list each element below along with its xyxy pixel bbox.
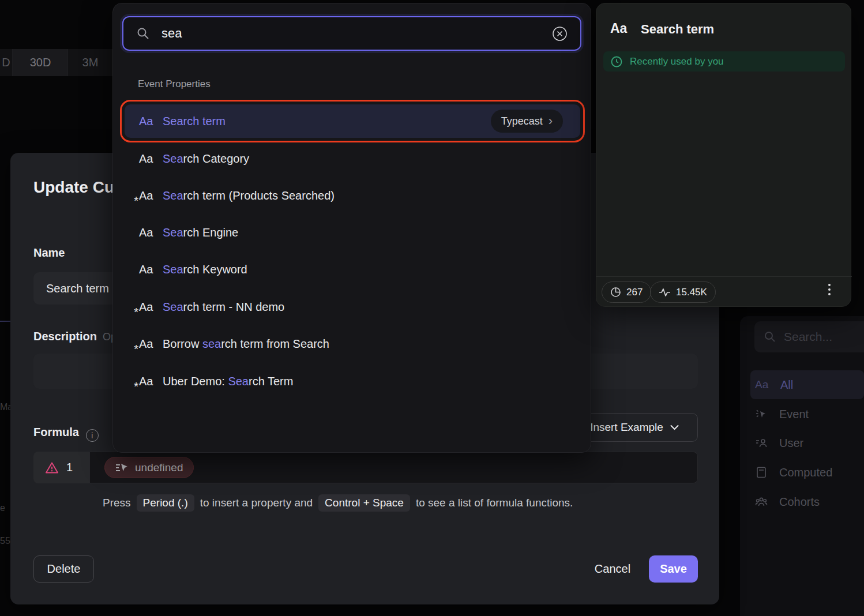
event-token-icon [115, 463, 128, 473]
cancel-button[interactable]: Cancel [584, 555, 641, 583]
tab-7d[interactable]: D [0, 49, 13, 76]
property-item-search-term[interactable]: Aa Search term Typecast › [125, 104, 580, 138]
description-label: Description [33, 330, 97, 343]
sidebar-item-label: Cohorts [779, 495, 820, 509]
sidebar-item-label: Computed [779, 466, 832, 479]
property-item-search-term-nn-demo[interactable]: Aa* Search term - NN demo [125, 290, 580, 324]
sidebar-item-label: User [779, 437, 803, 450]
formula-helper-text: Press Period (.) to insert a property an… [103, 494, 573, 512]
formula-error-gutter: 1 [33, 452, 89, 483]
chevron-down-icon [670, 425, 679, 430]
event-cursor-icon [755, 408, 768, 420]
chevron-right-icon: › [549, 115, 553, 127]
formula-input[interactable]: undefined [89, 452, 698, 483]
property-detail-title: Search term [641, 22, 714, 37]
text-type-icon: Aa [139, 152, 156, 166]
sidebar-item-user[interactable]: User [750, 429, 864, 457]
chart-axis-fragment: e [0, 503, 5, 513]
error-count: 1 [66, 461, 73, 474]
property-item-search-keyword[interactable]: Aa Search Keyword [125, 253, 580, 286]
token-label: undefined [135, 461, 183, 474]
sidebar-item-all[interactable]: Aa All [750, 370, 864, 399]
volume-count: 15.45K [676, 287, 707, 298]
text-type-icon: Aa [139, 115, 156, 128]
property-item-search-term-products[interactable]: Aa* Search term (Products Searched) [125, 179, 580, 212]
text-type-icon: Aa [139, 263, 156, 276]
sidebar-item-event[interactable]: Event [750, 400, 864, 429]
more-options-menu[interactable] [825, 281, 834, 298]
sidebar-item-computed[interactable]: Computed [750, 458, 864, 487]
info-icon[interactable]: i [86, 429, 99, 442]
formula-label: Formula [33, 426, 79, 438]
time-range-tabs: D 30D 3M [0, 49, 113, 76]
cohorts-icon [755, 495, 768, 508]
custom-property-star-icon: * [134, 305, 138, 319]
property-item-search-engine[interactable]: Aa Search Engine [125, 216, 580, 249]
volume-chip[interactable]: 15.45K [650, 281, 716, 303]
text-type-icon: Aa [755, 378, 769, 391]
name-label: Name [33, 246, 65, 260]
formula-token-undefined[interactable]: undefined [104, 457, 194, 478]
kbd-control-space: Control + Space [318, 494, 410, 512]
property-filter-panel: Aa All Event User Computed Cohorts [740, 316, 864, 616]
custom-property-star-icon: * [134, 342, 138, 356]
clear-search-icon[interactable] [552, 26, 568, 42]
typecast-label: Typecast [501, 115, 543, 127]
property-search-input[interactable] [161, 26, 540, 41]
tab-3m[interactable]: 3M [68, 49, 112, 76]
sidebar-search-field[interactable] [754, 321, 864, 352]
property-item-search-category[interactable]: Aa Search Category [125, 142, 580, 175]
modal-title: Update Cu [33, 178, 114, 197]
sample-values-chip[interactable]: 267 [602, 281, 651, 303]
chart-line-fragment [0, 321, 10, 322]
text-type-icon: Aa [610, 21, 627, 36]
warning-icon [45, 461, 59, 474]
property-item-uber-demo-search-term[interactable]: Aa* Uber Demo: Search Term [125, 365, 580, 398]
pie-chart-icon [610, 287, 621, 298]
sidebar-item-label: Event [779, 408, 809, 421]
recently-used-badge: Recently used by you [603, 51, 845, 72]
search-icon [136, 27, 150, 40]
search-icon [764, 330, 776, 343]
property-search-field[interactable] [122, 16, 581, 51]
chart-axis-fragment: 55 [0, 536, 10, 546]
typecast-badge[interactable]: Typecast › [491, 110, 563, 133]
panel-divider [596, 276, 852, 277]
calculator-icon [755, 466, 768, 479]
text-type-icon: Aa [139, 226, 156, 239]
custom-text-type-icon: Aa* [139, 375, 156, 388]
custom-property-star-icon: * [134, 194, 138, 208]
sidebar-search-input[interactable] [784, 330, 859, 344]
user-icon [755, 437, 768, 449]
custom-text-type-icon: Aa* [139, 189, 156, 202]
kbd-period: Period (.) [137, 494, 194, 512]
custom-text-type-icon: Aa* [139, 301, 156, 314]
sample-count: 267 [626, 287, 643, 298]
custom-property-star-icon: * [134, 380, 138, 393]
custom-text-type-icon: Aa* [139, 337, 156, 351]
save-button[interactable]: Save [649, 555, 698, 583]
tab-30d[interactable]: 30D [13, 49, 68, 76]
property-detail-panel: Aa Search term Recently used by you 267 … [596, 3, 851, 307]
sidebar-item-cohorts[interactable]: Cohorts [750, 487, 864, 516]
property-search-dropdown: Event Properties Aa Search term Typecast… [112, 3, 591, 453]
sidebar-item-label: All [780, 378, 793, 392]
recently-used-label: Recently used by you [630, 56, 724, 67]
insert-example-label: Insert Example [590, 421, 663, 434]
property-item-borrow-search-term[interactable]: Aa* Borrow search term from Search [125, 327, 580, 360]
delete-button[interactable]: Delete [33, 555, 94, 583]
activity-icon [659, 288, 671, 297]
section-header-event-properties: Event Properties [138, 78, 211, 90]
clock-icon [610, 55, 623, 68]
